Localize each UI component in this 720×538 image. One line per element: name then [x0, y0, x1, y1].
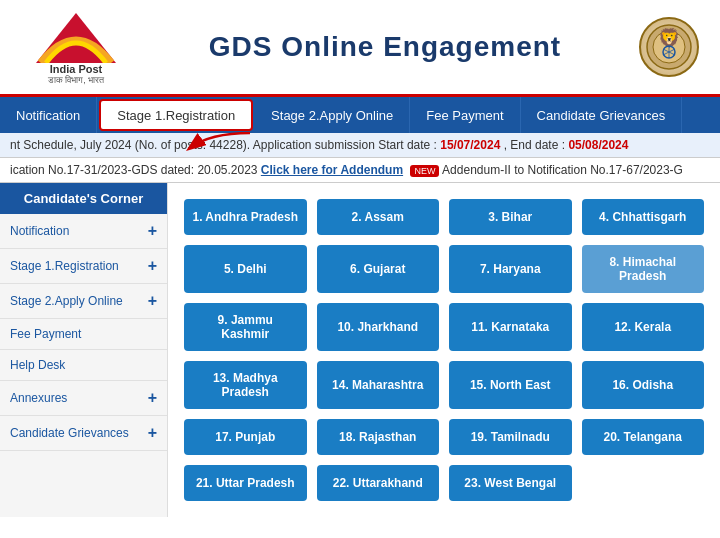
state-btn-11[interactable]: 11. Karnataka — [449, 303, 572, 351]
page-header: India Post डाक विभाग, भारत GDS Online En… — [0, 0, 720, 97]
state-btn-5[interactable]: 5. Delhi — [184, 245, 307, 293]
plus-icon-2: + — [148, 292, 157, 310]
nav-stage1[interactable]: Stage 1.Registration — [99, 99, 253, 131]
state-btn-14[interactable]: 14. Maharashtra — [317, 361, 440, 409]
nav-fee[interactable]: Fee Payment — [410, 97, 520, 133]
states-content: 1. Andhra Pradesh2. Assam3. Bihar4. Chha… — [168, 183, 720, 517]
sidebar-item-notification[interactable]: Notification + — [0, 214, 167, 249]
state-btn-16[interactable]: 16. Odisha — [582, 361, 705, 409]
ashoka-emblem: 🦁 — [644, 22, 694, 72]
emblem: 🦁 — [634, 12, 704, 82]
state-btn-17[interactable]: 17. Punjab — [184, 419, 307, 455]
end-date: 05/08/2024 — [568, 138, 628, 152]
plus-icon-5: + — [148, 389, 157, 407]
plus-icon-0: + — [148, 222, 157, 240]
state-btn-4[interactable]: 4. Chhattisgarh — [582, 199, 705, 235]
state-btn-2[interactable]: 2. Assam — [317, 199, 440, 235]
navbar: Notification Stage 1.Registration Stage … — [0, 97, 720, 133]
state-btn-12[interactable]: 12. Kerala — [582, 303, 705, 351]
state-btn-10[interactable]: 10. Jharkhand — [317, 303, 440, 351]
state-btn-3[interactable]: 3. Bihar — [449, 199, 572, 235]
new-badge: NEW — [410, 165, 439, 177]
sidebar-item-helpdesk[interactable]: Help Desk — [0, 350, 167, 381]
sidebar-header: Candidate's Corner — [0, 183, 167, 214]
notif-bar: ication No.17-31/2023-GDS dated: 20.05.2… — [0, 158, 720, 183]
start-date: 15/07/2024 — [440, 138, 500, 152]
plus-icon-1: + — [148, 257, 157, 275]
state-btn-19[interactable]: 19. Tamilnadu — [449, 419, 572, 455]
page-title: GDS Online Engagement — [136, 31, 634, 63]
state-btn-7[interactable]: 7. Haryana — [449, 245, 572, 293]
state-btn-22[interactable]: 22. Uttarakhand — [317, 465, 440, 501]
state-btn-23[interactable]: 23. West Bengal — [449, 465, 572, 501]
nav-grievances[interactable]: Candidate Grievances — [521, 97, 683, 133]
addendum-link[interactable]: Click here for Addendum — [261, 163, 403, 177]
state-btn-21[interactable]: 21. Uttar Pradesh — [184, 465, 307, 501]
emblem-circle: 🦁 — [639, 17, 699, 77]
sidebar: Candidate's Corner Notification + Stage … — [0, 183, 168, 517]
nav-notification[interactable]: Notification — [0, 97, 97, 133]
sidebar-item-grievances[interactable]: Candidate Grievances + — [0, 416, 167, 451]
sidebar-item-stage2[interactable]: Stage 2.Apply Online + — [0, 284, 167, 319]
main-layout: Candidate's Corner Notification + Stage … — [0, 183, 720, 517]
nav-stage2[interactable]: Stage 2.Apply Online — [255, 97, 410, 133]
state-btn-18[interactable]: 18. Rajasthan — [317, 419, 440, 455]
info-bar: nt Schedule, July 2024 (No. of posts: 44… — [0, 133, 720, 158]
state-btn-6[interactable]: 6. Gujarat — [317, 245, 440, 293]
sidebar-item-fee[interactable]: Fee Payment — [0, 319, 167, 350]
logo-container: India Post डाक विभाग, भारत — [16, 8, 136, 86]
india-post-logo — [26, 8, 126, 63]
logo-title: India Post — [50, 63, 103, 75]
state-btn-8[interactable]: 8. Himachal Pradesh — [582, 245, 705, 293]
state-btn-20[interactable]: 20. Telangana — [582, 419, 705, 455]
state-btn-9[interactable]: 9. Jammu Kashmir — [184, 303, 307, 351]
state-btn-13[interactable]: 13. Madhya Pradesh — [184, 361, 307, 409]
logo-subtitle: डाक विभाग, भारत — [48, 75, 105, 86]
sidebar-item-stage1[interactable]: Stage 1.Registration + — [0, 249, 167, 284]
state-btn-1[interactable]: 1. Andhra Pradesh — [184, 199, 307, 235]
state-btn-15[interactable]: 15. North East — [449, 361, 572, 409]
sidebar-item-annexures[interactable]: Annexures + — [0, 381, 167, 416]
plus-icon-6: + — [148, 424, 157, 442]
states-grid: 1. Andhra Pradesh2. Assam3. Bihar4. Chha… — [184, 199, 704, 501]
